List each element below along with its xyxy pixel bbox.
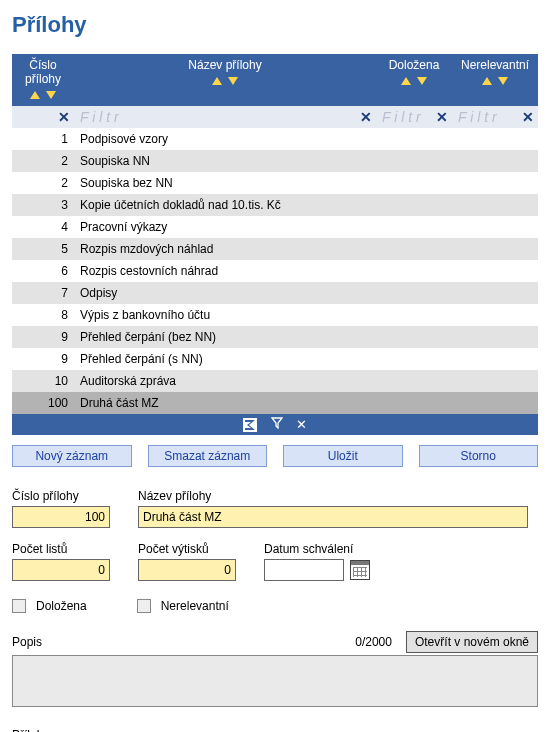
- cell-nerelevantni: [452, 392, 538, 414]
- cell-dolozena: [376, 150, 452, 172]
- funnel-icon[interactable]: [271, 417, 283, 432]
- sort-asc-icon[interactable]: [212, 77, 222, 85]
- table-row[interactable]: 1Podpisové vzory: [12, 128, 538, 150]
- pocet-vytisku-input[interactable]: [138, 559, 236, 581]
- col-header-number[interactable]: Číslo přílohy: [12, 54, 74, 106]
- cell-name: Kopie účetních dokladů nad 10.tis. Kč: [74, 194, 376, 216]
- filter-placeholder-text: F i l t r: [458, 109, 497, 125]
- nerelevantni-checkbox[interactable]: [137, 599, 151, 613]
- filter-cell-dolozena[interactable]: F i l t r ✕: [376, 106, 452, 128]
- filter-cell-number[interactable]: ✕: [12, 106, 74, 128]
- popis-textarea[interactable]: [12, 655, 538, 707]
- cell-dolozena: [376, 370, 452, 392]
- cell-nerelevantni: [452, 194, 538, 216]
- filter-cell-nerelevantni[interactable]: F i l t r ✕: [452, 106, 538, 128]
- table-row[interactable]: 9Přehled čerpání (bez NN): [12, 326, 538, 348]
- sort-desc-icon[interactable]: [46, 91, 56, 99]
- datum-schvaleni-label: Datum schválení: [264, 542, 370, 556]
- cell-number: 1: [12, 128, 74, 150]
- cell-nerelevantni: [452, 282, 538, 304]
- sort-desc-icon[interactable]: [228, 77, 238, 85]
- cell-number: 10: [12, 370, 74, 392]
- dolozena-checkbox-label: Doložena: [36, 599, 87, 613]
- cell-number: 3: [12, 194, 74, 216]
- clear-all-icon[interactable]: ✕: [296, 417, 307, 432]
- new-record-button[interactable]: Nový záznam: [12, 445, 132, 467]
- col-header-dolozena[interactable]: Doložena: [376, 54, 452, 106]
- clear-filter-icon[interactable]: ✕: [436, 109, 448, 125]
- cell-dolozena: [376, 238, 452, 260]
- calendar-icon[interactable]: [350, 560, 370, 580]
- cell-dolozena: [376, 282, 452, 304]
- cell-name: Rozpis cestovních náhrad: [74, 260, 376, 282]
- delete-record-button[interactable]: Smazat záznam: [148, 445, 268, 467]
- table-row[interactable]: 100Druhá část MZ: [12, 392, 538, 414]
- cell-nerelevantni: [452, 172, 538, 194]
- nerelevantni-checkbox-label: Nerelevantní: [161, 599, 229, 613]
- col-header-nerelevantni-label: Nerelevantní: [458, 58, 532, 74]
- cell-name: Soupiska NN: [74, 150, 376, 172]
- table-row[interactable]: 10Auditorská zpráva: [12, 370, 538, 392]
- table-row[interactable]: 7Odpisy: [12, 282, 538, 304]
- pocet-listu-input[interactable]: [12, 559, 110, 581]
- sort-asc-icon[interactable]: [30, 91, 40, 99]
- filter-placeholder-text: F i l t r: [382, 109, 421, 125]
- cell-name: Výpis z bankovního účtu: [74, 304, 376, 326]
- open-new-window-button[interactable]: Otevřít v novém okně: [406, 631, 538, 653]
- table-row[interactable]: 2Soupiska bez NN: [12, 172, 538, 194]
- sigma-icon[interactable]: [243, 418, 257, 432]
- filter-cell-name[interactable]: F i l t r ✕: [74, 106, 376, 128]
- table-row[interactable]: 8Výpis z bankovního účtu: [12, 304, 538, 326]
- dolozena-checkbox[interactable]: [12, 599, 26, 613]
- cell-dolozena: [376, 216, 452, 238]
- table-row[interactable]: 6Rozpis cestovních náhrad: [12, 260, 538, 282]
- cell-dolozena: [376, 326, 452, 348]
- cell-name: Druhá část MZ: [74, 392, 376, 414]
- clear-filter-icon[interactable]: ✕: [58, 109, 70, 125]
- cislo-prilohy-input[interactable]: [12, 506, 110, 528]
- save-button[interactable]: Uložit: [283, 445, 403, 467]
- table-row[interactable]: 5Rozpis mzdových náhlad: [12, 238, 538, 260]
- cislo-prilohy-label: Číslo přílohy: [12, 489, 110, 503]
- nazev-prilohy-label: Název přílohy: [138, 489, 538, 503]
- popis-label: Popis: [12, 635, 42, 649]
- table-row[interactable]: 2Soupiska NN: [12, 150, 538, 172]
- table-row[interactable]: 4Pracovní výkazy: [12, 216, 538, 238]
- table-body: 1Podpisové vzory2Soupiska NN2Soupiska be…: [12, 128, 538, 414]
- cell-name: Podpisové vzory: [74, 128, 376, 150]
- action-buttons-row: Nový záznam Smazat záznam Uložit Storno: [12, 445, 538, 467]
- priloha-label: Příloha: [12, 728, 538, 732]
- cell-number: 2: [12, 172, 74, 194]
- cell-name: Rozpis mzdových náhlad: [74, 238, 376, 260]
- cell-name: Odpisy: [74, 282, 376, 304]
- col-header-name[interactable]: Název přílohy: [74, 54, 376, 106]
- table-footer-bar: ✕: [12, 414, 538, 435]
- sort-asc-icon[interactable]: [482, 77, 492, 85]
- clear-filter-icon[interactable]: ✕: [360, 109, 372, 125]
- sort-desc-icon[interactable]: [417, 77, 427, 85]
- filter-placeholder-text: F i l t r: [80, 109, 119, 125]
- col-header-name-label: Název přílohy: [80, 58, 370, 74]
- cell-nerelevantni: [452, 216, 538, 238]
- col-header-nerelevantni[interactable]: Nerelevantní: [452, 54, 538, 106]
- sort-asc-icon[interactable]: [401, 77, 411, 85]
- table-row[interactable]: 9Přehled čerpání (s NN): [12, 348, 538, 370]
- cell-name: Soupiska bez NN: [74, 172, 376, 194]
- table-row[interactable]: 3Kopie účetních dokladů nad 10.tis. Kč: [12, 194, 538, 216]
- cancel-button[interactable]: Storno: [419, 445, 539, 467]
- nazev-prilohy-input[interactable]: [138, 506, 528, 528]
- cell-name: Pracovní výkazy: [74, 216, 376, 238]
- popis-char-count: 0/2000: [355, 635, 392, 649]
- cell-dolozena: [376, 172, 452, 194]
- cell-number: 100: [12, 392, 74, 414]
- sort-desc-icon[interactable]: [498, 77, 508, 85]
- cell-nerelevantni: [452, 326, 538, 348]
- cell-name: Přehled čerpání (s NN): [74, 348, 376, 370]
- cell-number: 7: [12, 282, 74, 304]
- cell-nerelevantni: [452, 150, 538, 172]
- datum-schvaleni-input[interactable]: [264, 559, 344, 581]
- cell-nerelevantni: [452, 348, 538, 370]
- cell-nerelevantni: [452, 260, 538, 282]
- col-header-number-label: Číslo přílohy: [18, 58, 68, 88]
- clear-filter-icon[interactable]: ✕: [522, 109, 534, 125]
